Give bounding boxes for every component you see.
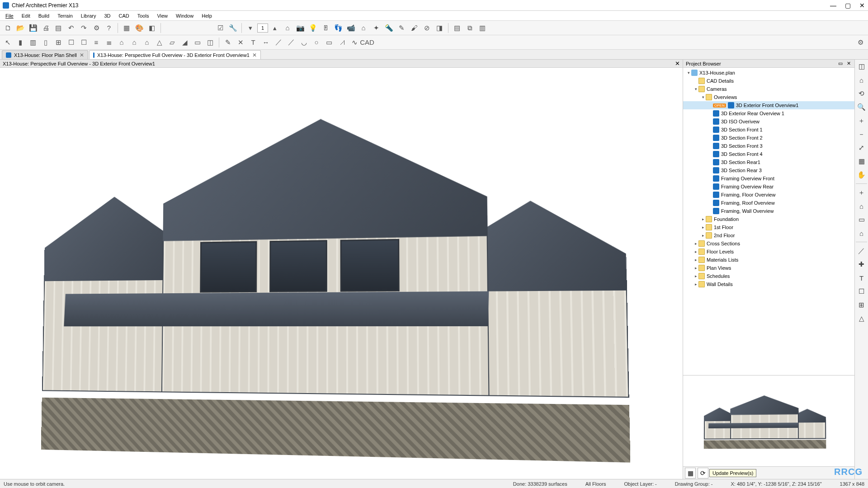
cross-icon[interactable]: ✚	[855, 258, 868, 271]
menu-window[interactable]: Window	[172, 12, 197, 19]
home3d-icon[interactable]: ⌂	[855, 74, 868, 86]
preferences-icon[interactable]: ⚙	[90, 22, 102, 34]
window-minimize-button[interactable]: —	[830, 2, 836, 9]
file-new-icon[interactable]: 🗋	[2, 22, 14, 34]
tree-item[interactable]: 3D Section Front 1	[683, 126, 854, 134]
cabinet2-icon[interactable]: ☐	[78, 37, 90, 48]
arc-icon[interactable]: ◡	[298, 37, 310, 48]
home-fill-icon[interactable]: ⌂	[855, 200, 868, 212]
window-icon[interactable]: ⊞	[52, 37, 64, 48]
tree-expander[interactable]: ▸	[693, 249, 698, 254]
print-icon[interactable]: 🖨	[40, 22, 52, 34]
image-icon[interactable]: ⧉	[464, 22, 476, 34]
tree-item[interactable]: ▸Plan Views	[683, 264, 854, 272]
tree-item[interactable]: ▾Overviews	[683, 93, 854, 101]
tree-expander[interactable]: ▸	[700, 225, 706, 230]
spline-icon[interactable]: ∿	[349, 37, 360, 48]
text-tool-icon[interactable]: T	[855, 272, 868, 284]
house-icon[interactable]: ⌂	[282, 22, 293, 34]
eraser-icon[interactable]: ◨	[434, 22, 445, 34]
menu-terrain[interactable]: Terrain	[54, 12, 76, 19]
tree-expander[interactable]: ▾	[686, 70, 691, 75]
tree-expander[interactable]: ▸	[693, 241, 698, 246]
cube3d-icon[interactable]: ◫	[855, 60, 868, 73]
plane-icon[interactable]: ▱	[166, 37, 178, 48]
room-icon[interactable]: ▥	[27, 37, 39, 48]
line2-icon[interactable]: ／	[285, 37, 297, 48]
compass-icon[interactable]: ✕	[235, 37, 246, 48]
tree-item[interactable]: ▸Foundation	[683, 215, 854, 223]
grid-icon[interactable]: ⊞	[855, 299, 868, 311]
menu-help[interactable]: Help	[198, 12, 216, 19]
file-open-icon[interactable]: 📂	[14, 22, 26, 34]
box-icon[interactable]: ☐	[855, 285, 868, 298]
palette-icon[interactable]: 🎨	[133, 22, 145, 34]
preview-layout-button[interactable]: ▦	[685, 468, 696, 479]
house3-icon[interactable]: ⌂	[141, 37, 153, 48]
layer-icon[interactable]: ▦	[121, 22, 132, 34]
tree-expander[interactable]: ▸	[693, 282, 698, 286]
checkbox-icon[interactable]: ☑	[214, 22, 226, 34]
tree-item[interactable]: 3D Exterior Rear Overview 1	[683, 109, 854, 117]
tree-item[interactable]: ▸2nd Floor	[683, 231, 854, 239]
circle-icon[interactable]: ○	[311, 37, 322, 48]
preview-refresh-button[interactable]: ⟳	[698, 468, 708, 479]
wall-icon[interactable]: ▮	[14, 37, 26, 48]
plus-icon[interactable]: ＋	[855, 186, 868, 199]
foundation-icon[interactable]: ▭	[192, 37, 203, 48]
menu-file[interactable]: File	[2, 12, 17, 19]
menu-library[interactable]: Library	[77, 12, 100, 19]
camera2-icon[interactable]: 📹	[345, 22, 357, 34]
wall-surface-icon[interactable]: ▦	[855, 155, 868, 168]
tree-item[interactable]: Framing, Roof Overview	[683, 199, 854, 207]
roof2-icon[interactable]: ◢	[179, 37, 191, 48]
menu-cad[interactable]: CAD	[115, 12, 132, 19]
wrench-icon[interactable]: 🔧	[227, 22, 239, 34]
tree-expander[interactable]: ▾	[700, 95, 706, 99]
tab-close-button[interactable]: ✕	[80, 52, 84, 58]
window-close-button[interactable]: ✕	[859, 2, 865, 9]
view-close-button[interactable]: ✕	[675, 60, 680, 67]
roof-icon[interactable]: △	[154, 37, 165, 48]
stairs-icon[interactable]: ≣	[103, 37, 115, 48]
zoom-out-icon[interactable]: －	[855, 128, 868, 141]
flashlight-icon[interactable]: 🔦	[383, 22, 395, 34]
blank-icon[interactable]: ▭	[855, 213, 868, 226]
search-zoom-icon[interactable]: 🔍	[855, 101, 868, 113]
tab-close-button[interactable]: ✕	[252, 52, 257, 58]
menu-tools[interactable]: Tools	[134, 12, 153, 19]
window-maximize-button[interactable]: ▢	[844, 2, 851, 9]
project-tree[interactable]: ▾X13-House.planCAD Details▾Cameras▾Overv…	[683, 68, 854, 375]
house-outline-icon[interactable]: ⌂	[358, 22, 369, 34]
text-icon[interactable]: T	[247, 37, 259, 48]
fence-icon[interactable]: ≡	[90, 37, 102, 48]
house2-icon[interactable]: ⌂	[128, 37, 140, 48]
rect-icon[interactable]: ▭	[323, 37, 335, 48]
tree-item[interactable]: Framing Overview Front	[683, 174, 854, 183]
tree-item[interactable]: Framing, Wall Overview	[683, 207, 854, 215]
tree-item[interactable]: 3D Section Rear 3	[683, 166, 854, 174]
pointer-icon[interactable]: ↖	[2, 37, 14, 48]
tree-item[interactable]: Framing Overview Rear	[683, 183, 854, 191]
down-arrow-icon[interactable]: ▾	[245, 22, 256, 34]
tree-item[interactable]: ▸Cross Sections	[683, 239, 854, 248]
line-icon[interactable]: ／	[273, 37, 284, 48]
tree-item[interactable]: ▾Cameras	[683, 85, 854, 93]
camera-icon[interactable]: 📷	[294, 22, 306, 34]
floor-input[interactable]	[257, 23, 268, 33]
tree-item[interactable]: ▸Wall Details	[683, 280, 854, 288]
tree-item[interactable]: CAD Details	[683, 77, 854, 85]
tree-item[interactable]: 3D ISO Overivew	[683, 117, 854, 126]
menu-build[interactable]: Build	[35, 12, 53, 19]
bulb-icon[interactable]: 💡	[307, 22, 319, 34]
save-icon[interactable]: 💾	[27, 22, 39, 34]
tree-item[interactable]: ▸Floor Levels	[683, 248, 854, 256]
tree-expander[interactable]: ▸	[700, 217, 706, 221]
triangle-icon[interactable]: △	[855, 312, 868, 325]
layout-toggle-icon[interactable]: ▤	[451, 22, 463, 34]
viewport-3d[interactable]	[0, 68, 683, 479]
house-build-icon[interactable]: ⌂	[116, 37, 127, 48]
panel-undock-button[interactable]: ▭	[837, 61, 844, 67]
tree-expander[interactable]: ▸	[693, 258, 698, 262]
tree-item[interactable]: 3D Section Front 3	[683, 142, 854, 150]
